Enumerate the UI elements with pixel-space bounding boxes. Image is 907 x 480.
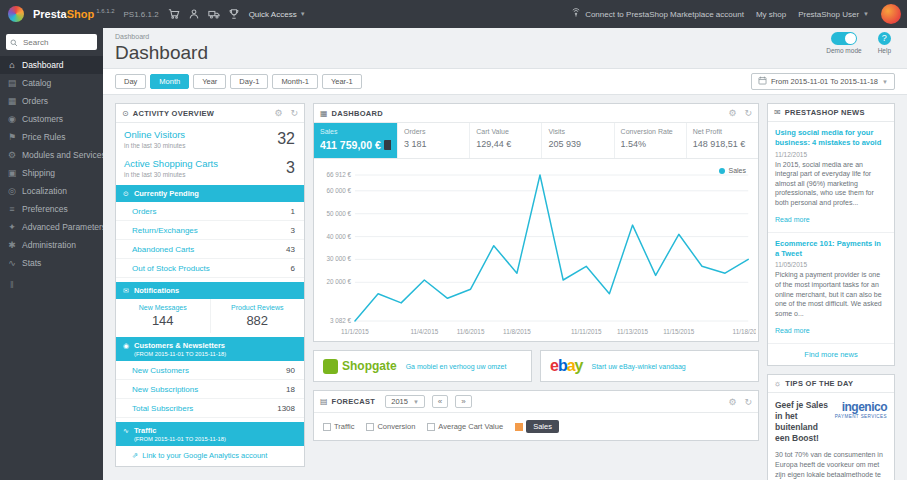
chevron-down-icon: ▼ [863,11,869,17]
envelope-icon: ✉ [123,287,129,295]
customer-icon[interactable] [188,8,200,20]
sidebar-item-modules[interactable]: ⚙Modules and Services [0,146,103,164]
toggle-knob [845,33,856,44]
prestashop-news-panel: ✉ PrestaShop News Using social media for… [767,103,895,366]
out-of-stock-row: Out of Stock Products6 [116,259,304,278]
sidebar-item-orders[interactable]: ▦Orders [0,92,103,110]
sidebar-search[interactable] [6,34,97,50]
award-icon[interactable] [228,8,240,20]
checkbox-icon[interactable] [323,423,331,431]
online-visitors-metric: Online Visitors in the last 30 minutes 3… [116,123,304,152]
forecast-prev-button[interactable]: « [432,395,448,408]
dashboard-icon: ▦ [320,109,328,118]
shopgate-promo[interactable]: Shopgate Ga mobiel en verhoog uw omzet [313,350,532,382]
preferences-icon: ≡ [7,204,17,214]
date-filter-toolbar: Day Month Year Day-1 Month-1 Year-1 From… [103,68,907,95]
filter-month-button[interactable]: Month [150,74,189,89]
forecast-year-select[interactable]: 2015▼ [385,395,425,408]
filter-day-1-button[interactable]: Day-1 [230,74,268,89]
prestashop-admin: PrestaShop1.6.1.2 PS1.6.1.2 Quick Access… [0,0,907,480]
forecast-traffic-toggle[interactable]: Traffic [323,422,354,431]
main-menu: ⌂Dashboard ▤Catalog ▦Orders ◉Customers ⚑… [0,56,103,272]
news-article-title[interactable]: Ecommerce 101: Payments in a Tweet [775,239,887,259]
sales-trend-badge [384,140,391,150]
user-menu[interactable]: PrestaShop User▼ [798,10,869,19]
help-icon[interactable]: ? [878,32,891,45]
filter-month-1-button[interactable]: Month-1 [272,74,318,89]
shopgate-link[interactable]: Ga mobiel en verhoog uw omzet [406,363,507,370]
date-range-picker[interactable]: From 2015-11-01 To 2015-11-18 ▼ [751,73,895,90]
forecast-next-button[interactable]: » [455,395,471,408]
dashboard-panel-title: Dashboard [332,109,721,118]
sidebar-item-preferences[interactable]: ≡Preferences [0,200,103,218]
cart-icon[interactable] [168,8,180,20]
tab-orders[interactable]: Orders 3 181 [398,123,470,158]
sidebar-item-price-rules[interactable]: ⚑Price Rules [0,128,103,146]
search-input[interactable] [21,37,93,48]
refresh-icon[interactable]: ↻ [744,397,752,407]
gear-icon[interactable]: ⚙ [728,397,736,407]
gear-icon[interactable]: ⚙ [274,108,282,118]
refresh-icon[interactable]: ↻ [744,108,752,118]
svg-text:66 912 €: 66 912 € [326,171,351,178]
svg-text:11/8/2015: 11/8/2015 [503,328,531,335]
calendar-icon [758,76,767,87]
active-carts-label[interactable]: Active Shopping Carts [124,158,296,169]
quick-access-menu[interactable]: Quick Access▼ [249,10,306,19]
tab-sales[interactable]: Sales 411 759,00 € [314,123,398,158]
search-icon [10,33,18,51]
ebay-link[interactable]: Start uw eBay-winkel vandaag [592,363,686,370]
checkbox-icon[interactable] [366,423,374,431]
sidebar-item-stats[interactable]: ∿Stats [0,254,103,272]
marketplace-connect-link[interactable]: Connect to PrestaShop Marketplace accoun… [571,8,744,20]
chart-legend[interactable]: Sales [719,167,746,174]
tab-conversion-rate[interactable]: Conversion Rate 1.54% [615,123,687,158]
gear-icon[interactable]: ⚙ [728,108,736,118]
news-article-title[interactable]: Using social media for your business: 4 … [775,128,887,148]
currently-pending-header: ⊙ Currently Pending [116,185,304,202]
checkbox-icon[interactable] [427,423,435,431]
svg-text:11/11/2015: 11/11/2015 [571,328,602,335]
forecast-legend: Traffic Conversion Average Cart Value Sa… [314,413,758,440]
shopgate-logo-icon [323,359,338,374]
find-more-news-link[interactable]: Find more news [768,344,894,365]
sidebar-item-dashboard[interactable]: ⌂Dashboard [0,56,103,74]
ebay-promo[interactable]: ebay Start uw eBay-winkel vandaag [540,350,759,382]
dashboard-panel: ▦ Dashboard ⚙ ↻ Sales 411 759,00 € Order… [313,103,759,342]
advanced-parameters-icon: ✦ [7,222,17,232]
online-visitors-label[interactable]: Online Visitors [124,129,296,140]
tab-visits[interactable]: Visits 205 939 [542,123,614,158]
svg-text:11/1/2015: 11/1/2015 [341,328,369,335]
breadcrumb[interactable]: Dashboard [115,33,895,40]
sidebar-item-administration[interactable]: ✱Administration [0,236,103,254]
main-content: Dashboard Dashboard Demo mode ? Help Day… [103,28,907,480]
filter-year-button[interactable]: Year [193,74,226,89]
tab-net-profit[interactable]: Net Profit 148 918,51 € [687,123,758,158]
google-analytics-link[interactable]: ⇗ Link to your Google Analytics account [116,446,304,466]
read-more-link[interactable]: Read more [775,216,810,223]
sidebar-item-shipping[interactable]: ▣Shipping [0,164,103,182]
sidebar-collapse-button[interactable]: ‖ [0,272,103,298]
svg-text:40 000 €: 40 000 € [326,233,351,240]
filter-day-button[interactable]: Day [115,74,146,89]
ingenico-logo: ingenico Payment services [835,400,887,444]
user-avatar[interactable] [881,4,901,24]
sidebar-item-advanced-parameters[interactable]: ✦Advanced Parameters [0,218,103,236]
forecast-conversion-toggle[interactable]: Conversion [366,422,415,431]
delivery-truck-icon[interactable] [208,8,220,20]
read-more-link[interactable]: Read more [775,327,810,334]
sidebar-item-localization[interactable]: ◎Localization [0,182,103,200]
sidebar-item-customers[interactable]: ◉Customers [0,110,103,128]
forecast-sales-toggle[interactable]: Sales [515,420,559,433]
my-shop-link[interactable]: My shop [756,10,786,19]
filter-year-1-button[interactable]: Year-1 [322,74,362,89]
refresh-icon[interactable]: ↻ [290,108,298,118]
svg-text:11/18/2015: 11/18/2015 [733,328,756,335]
forecast-cart-value-toggle[interactable]: Average Cart Value [427,422,503,431]
help-control[interactable]: ? Help [878,32,891,54]
sidebar-item-catalog[interactable]: ▤Catalog [0,74,103,92]
help-label: Help [878,47,891,54]
tab-cart-value[interactable]: Cart Value 129,44 € [470,123,542,158]
demo-mode-toggle[interactable] [831,32,857,45]
catalog-icon: ▤ [7,78,17,88]
